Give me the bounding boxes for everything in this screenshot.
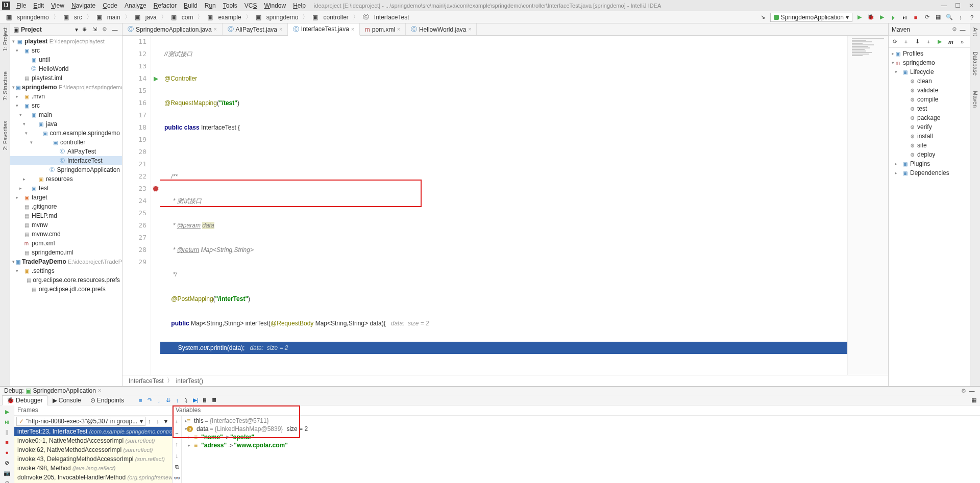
menu-window[interactable]: Window (261, 1, 289, 10)
endpoints-tab[interactable]: ⊙Endpoints (86, 396, 128, 405)
minimize-icon[interactable]: — (941, 2, 947, 9)
glasses-icon[interactable]: 👓 (173, 474, 181, 482)
editor-breadcrumb[interactable]: InterfaceTest〉interTest() (122, 375, 888, 386)
filter-icon[interactable]: ▼ (162, 417, 170, 425)
menu-code[interactable]: Code (100, 1, 120, 10)
up-icon-icon[interactable]: ↑ (173, 440, 181, 448)
structure-tool-tab[interactable]: 7: Structure (2, 71, 8, 100)
editor[interactable]: 11 12 13 14 15 16 17 18 19 20 21 22 23 2… (122, 36, 888, 375)
more-icon[interactable]: » (958, 38, 966, 46)
console-tab[interactable]: ▶Console (48, 396, 85, 405)
step-over-icon[interactable]: ↷ (145, 396, 154, 404)
maven-tree[interactable]: ▸▣Profiles ▾mspringdemo ▾▣Lifecycle ⚙cle… (889, 48, 970, 386)
settings-icon[interactable]: ⚙ (101, 26, 109, 34)
breakpoints-icon[interactable]: ● (3, 448, 11, 456)
tab-pomxml[interactable]: mpom.xml× (360, 23, 406, 35)
stop-icon[interactable]: ■ (3, 438, 11, 446)
hide-icon[interactable]: — (111, 26, 119, 34)
hide-icon[interactable]: — (959, 26, 967, 34)
select-opened-icon[interactable]: ⊕ (80, 26, 88, 34)
menu-tools[interactable]: Tools (220, 1, 240, 10)
force-step-icon[interactable]: ⇊ (164, 396, 172, 404)
maximize-icon[interactable]: ☐ (955, 2, 961, 9)
update-icon[interactable]: ⟳ (923, 13, 931, 21)
favorites-tool-tab[interactable]: 2: Favorites (2, 121, 8, 150)
debugger-tab[interactable]: 🐞Debugger (2, 395, 47, 405)
debug-icon[interactable]: 🐞 (867, 13, 875, 21)
breadcrumb[interactable]: ▣springdemo〉 ▣src〉 ▣main〉 ▣java〉 ▣com〉 ▣… (4, 12, 411, 22)
menu-analyze[interactable]: Analyze (121, 1, 150, 10)
run-icon[interactable]: ▶ (936, 38, 944, 46)
database-tool-tab[interactable]: Database (972, 52, 978, 75)
tab-interfacetest[interactable]: ⒸInterfaceTest.java× (288, 23, 360, 36)
show-exec-icon[interactable]: ≡ (136, 396, 144, 404)
gear-icon[interactable]: ⚙ (950, 26, 959, 34)
add-icon[interactable]: + (924, 38, 933, 46)
menu-build[interactable]: Build (181, 1, 201, 10)
step-into-icon[interactable]: ↓ (155, 396, 163, 404)
code-area[interactable]: //测试接口 @Controller @RequestMapping("/tes… (160, 36, 847, 375)
gutter-icons[interactable]: ▶ (151, 36, 160, 375)
menu-navigate[interactable]: Navigate (68, 1, 99, 10)
download-icon[interactable]: ⬇ (913, 38, 921, 46)
layout-icon[interactable]: ▦ (970, 396, 978, 404)
thread-selector[interactable]: ✓"http-nio-8080-exec-3"@5,307 in group..… (16, 417, 145, 426)
ant-tool-tab[interactable]: Ant (972, 28, 978, 36)
build-icon[interactable]: ↘ (759, 13, 767, 21)
trace-icon[interactable]: ≣ (210, 396, 218, 404)
settings-icon[interactable]: ⚙ (3, 479, 11, 483)
minimap[interactable] (847, 36, 888, 375)
prev-frame-icon[interactable]: ↑ (145, 417, 154, 425)
stop-icon[interactable]: ■ (912, 13, 920, 21)
menu-edit[interactable]: Edit (30, 1, 47, 10)
sync-icon[interactable]: ↕ (957, 13, 965, 21)
copy-icon[interactable]: ⧉ (173, 463, 181, 471)
tab-helloworld[interactable]: ⒸHellowWorld.java× (406, 23, 477, 35)
run-config-select[interactable]: SpringdemoApplication ▾ (770, 13, 852, 22)
rerun-icon[interactable]: ▶ (3, 408, 11, 416)
menu-file[interactable]: FFileile (13, 1, 29, 10)
maven-tool-tab[interactable]: Maven (972, 91, 978, 108)
structure-icon[interactable]: ▦ (934, 13, 942, 21)
hide-icon[interactable]: — (968, 387, 976, 395)
project-tool-tab[interactable]: 1: Project (2, 28, 8, 51)
breakpoint-icon[interactable] (153, 186, 159, 192)
down-icon[interactable]: ↓ (173, 451, 181, 460)
remove-watch-icon[interactable]: − (173, 429, 181, 437)
menu-refactor[interactable]: Refactor (151, 1, 180, 10)
tab-springdemoapp[interactable]: ⒸSpringdemoApplication.java× (122, 23, 223, 35)
pause-icon[interactable]: || (3, 428, 11, 436)
step-out-icon[interactable]: ↑ (173, 396, 181, 404)
search-icon[interactable]: 🔍 (945, 13, 953, 21)
drop-frame-icon[interactable]: ⤵ (182, 396, 190, 404)
settings-icon[interactable]: ? (968, 13, 976, 21)
close-icon[interactable]: ✕ (969, 2, 974, 9)
gutter[interactable]: 11 12 13 14 15 16 17 18 19 20 21 22 23 2… (130, 36, 151, 375)
resume-icon[interactable]: ⏯ (3, 418, 11, 426)
menu-run[interactable]: Run (202, 1, 219, 10)
evaluate-icon[interactable]: 🖩 (201, 396, 209, 404)
run-gutter-icon[interactable]: ▶ (154, 75, 158, 82)
execute-icon[interactable]: m (947, 38, 955, 46)
project-tree[interactable]: ▾▣playtest E:\ideaproject\playtest ▾▣src… (10, 36, 122, 386)
tab-alipaytest[interactable]: ⒸAliPayTest.java× (223, 23, 288, 35)
generate-icon[interactable]: + (902, 38, 910, 46)
attach-icon[interactable]: ⏯ (900, 13, 909, 21)
run-icon[interactable]: ▶ (855, 13, 864, 21)
mute-bp-icon[interactable]: ⊘ (3, 459, 11, 467)
menu-vcs[interactable]: VCS (241, 1, 260, 10)
next-frame-icon[interactable]: ↓ (154, 417, 162, 425)
reload-icon[interactable]: ⟳ (891, 38, 899, 46)
run-to-cursor-icon[interactable]: ▶| (191, 396, 200, 404)
frames-list[interactable]: interTest:23, InterfaceTest (com.example… (14, 427, 172, 483)
profile-icon[interactable]: ⏵ (889, 13, 897, 21)
menu-view[interactable]: View (48, 1, 67, 10)
editor-area: ⒸSpringdemoApplication.java× ⒸAliPayTest… (122, 23, 888, 386)
menu-help[interactable]: Help (290, 1, 309, 10)
expand-all-icon[interactable]: ⇲ (90, 26, 99, 34)
gear-icon[interactable]: ⚙ (960, 387, 968, 395)
add-watch-icon[interactable]: + (173, 418, 181, 426)
coverage-icon[interactable]: ▶ (878, 13, 886, 21)
variables-tree[interactable]: ▸≡ this = {InterfaceTest@5711} ▾p data =… (182, 416, 980, 483)
dump-icon[interactable]: 📷 (3, 469, 11, 477)
